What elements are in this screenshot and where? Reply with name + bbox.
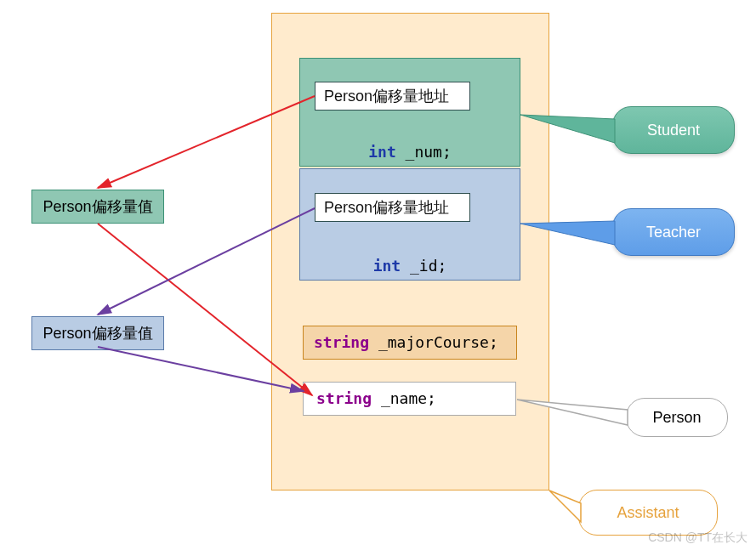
offset-value-2: Person偏移量值 — [31, 316, 164, 350]
student-field: int _num; — [299, 143, 520, 161]
callout-person: Person — [626, 398, 728, 437]
major-course-box: string _majorCourse; — [303, 326, 517, 360]
callout-assistant: Assistant — [578, 490, 718, 536]
name-type: string — [316, 389, 372, 407]
callout-teacher: Teacher — [612, 208, 735, 256]
student-addr-box: Person偏移量地址 — [315, 82, 470, 111]
callout-student: Student — [612, 106, 735, 154]
major-name: _majorCourse; — [378, 333, 498, 351]
teacher-field-name: _id; — [410, 257, 446, 275]
watermark: CSDN @TT在长大 — [648, 530, 747, 546]
student-field-type: int — [368, 143, 396, 161]
teacher-field: int _id; — [299, 257, 520, 275]
name-box: string _name; — [303, 382, 516, 416]
diagram-stage: Person偏移量地址 int _num; Person偏移量地址 int _i… — [0, 0, 756, 550]
name-name: _name; — [381, 389, 436, 407]
teacher-field-type: int — [373, 257, 401, 275]
teacher-addr-box: Person偏移量地址 — [315, 193, 470, 222]
offset-value-1: Person偏移量值 — [31, 190, 164, 224]
major-type: string — [314, 333, 369, 351]
student-field-name: _num; — [406, 143, 452, 161]
